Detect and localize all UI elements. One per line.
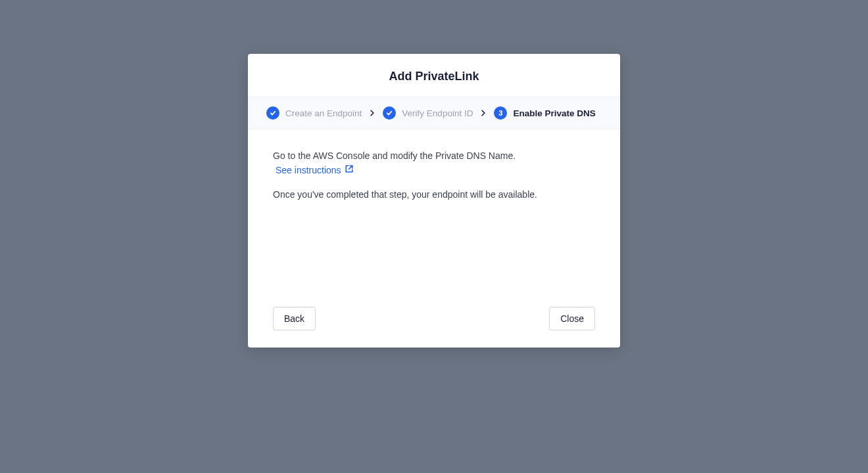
step-number-badge: 3: [494, 106, 507, 120]
instruction-line-2: Once you've completed that step, your en…: [273, 188, 595, 202]
stepper: Create an Endpoint Verify Endpoint ID 3 …: [248, 97, 620, 129]
step-label: Create an Endpoint: [285, 108, 362, 118]
close-button[interactable]: Close: [549, 307, 595, 330]
check-icon: [383, 106, 396, 120]
add-privatelink-modal: Add PrivateLink Create an Endpoint Verif…: [248, 54, 620, 348]
back-button[interactable]: Back: [273, 307, 316, 330]
external-link-icon: [345, 164, 354, 177]
modal-body: Go to the AWS Console and modify the Pri…: [248, 129, 620, 299]
chevron-right-icon: [368, 109, 376, 117]
step-label: Verify Endpoint ID: [402, 108, 473, 118]
modal-header: Add PrivateLink: [248, 54, 620, 97]
see-instructions-link[interactable]: See instructions: [276, 164, 354, 177]
check-icon: [266, 106, 279, 120]
step-label: Enable Private DNS: [513, 108, 595, 118]
link-text: See instructions: [276, 164, 341, 177]
instruction-line-1: Go to the AWS Console and modify the Pri…: [273, 149, 595, 177]
modal-footer: Back Close: [248, 299, 620, 348]
step-create-endpoint: Create an Endpoint: [266, 106, 362, 120]
instruction-text: Go to the AWS Console and modify the Pri…: [273, 150, 516, 161]
chevron-right-icon: [479, 109, 487, 117]
step-enable-dns: 3 Enable Private DNS: [494, 106, 595, 120]
modal-title: Add PrivateLink: [264, 70, 604, 83]
step-verify-endpoint: Verify Endpoint ID: [383, 106, 473, 120]
